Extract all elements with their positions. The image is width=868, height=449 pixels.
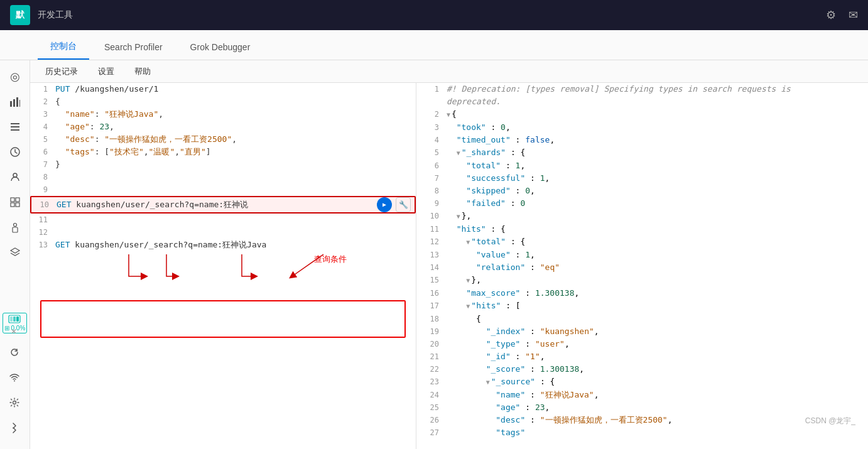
svg-rect-10 [16,198,19,202]
resp-line-24: 24 "name" : "狂神说Java", [416,389,868,401]
top-bar: 默 开发工具 ⚙ ✉ [0,0,868,30]
resp-line-20: 20 "_type" : "user", [416,338,868,350]
tab-search-profiler[interactable]: Search Profiler [92,36,175,60]
code-line-12: 12 [30,226,416,239]
svg-rect-1 [13,99,15,107]
code-line-6: 6 "tags": ["技术宅","温暖","直男"] [30,146,416,158]
svg-point-13 [13,224,16,227]
resp-line-5: 5 ▼"_shards" : { [416,146,868,160]
resp-line-13: 13 "value" : 1, [416,249,868,261]
query-input-area [35,298,411,342]
resp-line-9: 9 "failed" : 0 [416,197,868,210]
left-code-editor[interactable]: 1 PUT /kuangshen/user/1 2 { 3 "name": "狂… [30,83,416,449]
code-line-4: 4 "age": 23, [30,121,416,133]
resp-line-16: 16 "max_score" : 1.300138, [416,287,868,300]
sidebar-icon-settings2[interactable] [3,391,26,414]
svg-point-20 [13,401,16,404]
svg-rect-6 [11,129,19,131]
code-line-9: 9 [30,183,416,196]
editor-container: 1 PUT /kuangshen/user/1 2 { 3 "name": "狂… [30,83,868,449]
resp-line-15: 15 ▼}, [416,274,868,287]
resp-line-6: 6 "total" : 1, [416,160,868,172]
code-line-8: 8 [30,171,416,183]
logo: 默 [10,5,30,25]
main-layout: ◎ ⊞ 0.0% ✕ [0,60,868,449]
toolbar-help[interactable]: 帮助 [129,63,156,80]
code-line-11: 11 [30,214,416,226]
sidebar-icon-menu[interactable] [3,416,26,439]
mail-icon[interactable]: ✉ [849,8,858,22]
svg-rect-2 [16,97,18,107]
svg-rect-18 [16,316,19,322]
resp-line-27: 27 "tags" [416,426,868,439]
wrench-button[interactable]: 🔧 [396,197,411,212]
arrows-svg [30,251,416,295]
resp-line-23: 23 ▼"_source" : { [416,376,868,389]
sidebar: ◎ ⊞ 0.0% ✕ [0,60,30,449]
annotation-area: 查询条件 [30,251,416,295]
right-editor-pane: 1 #! Deprecation: [types removal] Specif… [416,83,868,449]
tab-console[interactable]: 控制台 [38,35,89,60]
code-line-5: 5 "desc": "一顿操作猛如虎，一看工资2500", [30,133,416,146]
toolbar-settings[interactable]: 设置 [93,63,119,80]
resp-line-2: 2 ▼{ [416,108,868,121]
svg-rect-14 [13,227,18,232]
svg-rect-12 [16,203,19,207]
code-line-3: 3 "name": "狂神说Java", [30,108,416,121]
resp-line-4: 4 "timed_out" : false, [416,134,868,146]
resp-line-7: 7 "successful" : 1, [416,172,868,185]
query-input[interactable] [40,300,406,338]
content-area: 历史记录 设置 帮助 1 PUT /kuangshen/user/1 2 { [30,60,868,449]
resp-line-26: 26 "desc" : "一顿操作猛如虎，一看工资2500", [416,414,868,426]
svg-point-19 [14,381,15,382]
run-button[interactable]: ▶ [377,197,392,212]
svg-rect-4 [11,123,19,124]
tab-bar: 控制台 Search Profiler Grok Debugger [0,30,868,60]
code-line-7: 7 } [30,158,416,171]
toolbar-history[interactable]: 历史记录 [40,63,83,80]
resp-line-18: 18 { [416,313,868,325]
left-editor-pane: 1 PUT /kuangshen/user/1 2 { 3 "name": "狂… [30,83,416,449]
svg-rect-5 [11,126,19,127]
sidebar-bottom: ⊞ 0.0% ✕ [3,313,28,444]
sidebar-icon-person[interactable] [4,216,26,239]
resp-line-1-cont: deprecated. [416,95,868,108]
sidebar-icon-compass[interactable]: ◎ [4,65,26,88]
sidebar-icon-wifi[interactable] [3,366,26,389]
resp-line-22: 22 "_score" : 1.300138, [416,363,868,376]
svg-rect-0 [10,101,12,107]
resp-line-3: 3 "took" : 0, [416,121,868,134]
sidebar-icon-stack[interactable] [4,116,26,138]
code-line-10[interactable]: 10 GET kuangshen/user/_search?q=name:狂神说… [30,196,416,214]
svg-rect-16 [10,316,13,322]
sidebar-icon-layers[interactable] [4,241,26,264]
tab-grok-debugger[interactable]: Grok Debugger [178,36,263,60]
resp-line-10: 10 ▼}, [416,210,868,223]
sidebar-icon-refresh[interactable] [3,341,26,364]
code-line-1: 1 PUT /kuangshen/user/1 [30,83,416,95]
resp-line-11: 11 "hits" : { [416,223,868,235]
sidebar-icon-user[interactable] [4,166,26,188]
svg-rect-9 [11,198,14,202]
watermark: CSDN @龙宇_ [805,416,855,426]
top-bar-actions: ⚙ ✉ [826,8,858,22]
resp-line-21: 21 "_id" : "1", [416,350,868,363]
svg-rect-17 [13,316,16,322]
svg-point-8 [13,173,17,177]
svg-rect-3 [19,100,20,107]
code-line-2: 2 { [30,95,416,108]
code-line-13: 13 GET kuangshen/user/_search?q=name:狂神说… [30,239,416,251]
resp-line-14: 14 "relation" : "eq" [416,261,868,274]
svg-rect-11 [11,203,14,207]
sidebar-icon-chart[interactable] [4,90,26,113]
sidebar-icon-clock[interactable] [4,141,26,163]
settings-icon[interactable]: ⚙ [826,8,836,22]
resp-line-25: 25 "age" : 23, [416,401,868,414]
response-editor[interactable]: 1 #! Deprecation: [types removal] Specif… [416,83,868,449]
resp-line-1: 1 #! Deprecation: [types removal] Specif… [416,83,868,95]
resp-line-12: 12 ▼"total" : { [416,235,868,249]
resp-line-17: 17 ▼"hits" : [ [416,300,868,313]
sidebar-icon-grid[interactable] [4,191,26,214]
toolbar-row: 历史记录 设置 帮助 [30,60,868,83]
resp-line-8: 8 "skipped" : 0, [416,185,868,197]
